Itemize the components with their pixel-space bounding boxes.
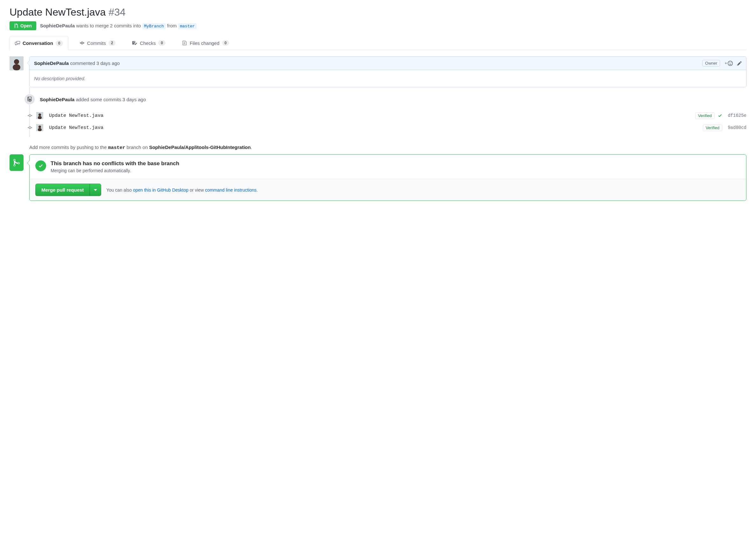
add-reaction-button[interactable]: +: [725, 61, 733, 66]
file-diff-icon: [182, 40, 187, 45]
commit-sha[interactable]: df1625e: [725, 113, 746, 118]
git-commit-icon: [80, 40, 85, 45]
state-badge: Open: [10, 21, 36, 30]
pr-meta-text: SophieDePaula wants to merge 2 commits i…: [40, 23, 197, 29]
pr-title-text: Update NewTest.java: [10, 6, 106, 18]
commit-message[interactable]: Update NewTest.java: [49, 125, 699, 130]
merge-dropdown-button[interactable]: [90, 184, 101, 196]
event-author[interactable]: SophieDePaula: [40, 97, 74, 102]
tab-counter: 0: [56, 40, 63, 46]
cli-instructions-link[interactable]: command line instructions: [205, 187, 256, 192]
svg-point-4: [39, 114, 41, 116]
git-merge-icon: [13, 158, 20, 167]
git-commit-icon: [27, 125, 32, 130]
svg-point-1: [14, 59, 19, 64]
triangle-down-icon: [94, 188, 97, 191]
comment-header: SophieDePaula commented 3 days ago Owner…: [30, 57, 746, 70]
pr-number: #34: [109, 6, 125, 18]
commit-row: Update NewTest.javaVerified9ad80cd: [27, 122, 746, 134]
comment-box: SophieDePaula commented 3 days ago Owner…: [29, 56, 746, 87]
tab-label: Files changed: [190, 40, 219, 46]
commit-sha[interactable]: 9ad80cd: [725, 125, 746, 130]
git-commit-icon: [27, 113, 32, 118]
tab-label: Conversation: [23, 40, 53, 46]
state-label: Open: [20, 23, 32, 28]
base-branch-chip[interactable]: MyBranch: [142, 23, 166, 29]
merge-status-row: This branch has no conflicts with the ba…: [30, 155, 746, 179]
tab-counter: 0: [222, 40, 229, 46]
commit-message[interactable]: Update NewTest.java: [49, 113, 691, 118]
smiley-icon: [728, 61, 733, 66]
push-hint: Add more commits by pushing to the maste…: [29, 144, 746, 150]
timeline: SophieDePaula added some commits 3 days …: [29, 87, 746, 137]
merge-actions: Merge pull request You can also open thi…: [30, 179, 746, 200]
svg-rect-8: [38, 128, 42, 131]
avatar[interactable]: [36, 124, 43, 131]
merge-status-icon-box: [10, 154, 24, 171]
tab-conversation[interactable]: Conversation 0: [10, 36, 68, 50]
verified-badge[interactable]: Verified: [695, 112, 715, 119]
git-pull-request-icon: [14, 23, 18, 28]
svg-rect-5: [38, 116, 42, 119]
check-circle-icon: [35, 160, 46, 171]
tab-label: Commits: [87, 40, 106, 46]
tab-files-changed[interactable]: Files changed 0: [177, 36, 235, 50]
tab-label: Checks: [140, 40, 156, 46]
pencil-icon: [737, 61, 742, 66]
tab-checks[interactable]: Checks 0: [127, 36, 171, 50]
svg-rect-2: [13, 64, 20, 70]
svg-point-7: [39, 126, 41, 128]
repo-push-icon: [27, 97, 32, 102]
comment-wrapper: SophieDePaula commented 3 days ago Owner…: [10, 56, 746, 87]
verified-badge[interactable]: Verified: [703, 124, 722, 131]
merge-pull-request-button[interactable]: Merge pull request: [35, 184, 90, 196]
comment-body: No description provided.: [30, 70, 746, 87]
check-icon: [718, 113, 722, 118]
plus-icon: +: [725, 61, 727, 66]
pr-title: Update NewTest.java #34: [10, 6, 746, 18]
pr-meta: Open SophieDePaula wants to merge 2 comm…: [10, 21, 746, 30]
merge-title: This branch has no conflicts with the ba…: [51, 160, 179, 167]
tab-commits[interactable]: Commits 2: [74, 36, 121, 50]
commits-event: SophieDePaula added some commits 3 days …: [24, 94, 746, 105]
owner-badge: Owner: [702, 60, 720, 66]
comment-discussion-icon: [15, 41, 20, 46]
open-desktop-link[interactable]: open this in GitHub Desktop: [133, 187, 188, 192]
tab-counter: 0: [158, 40, 165, 46]
comment-author[interactable]: SophieDePaula: [34, 60, 69, 66]
edit-button[interactable]: [737, 61, 742, 66]
merge-section: This branch has no conflicts with the ba…: [10, 154, 746, 201]
checklist-icon: [132, 40, 137, 45]
merge-box: This branch has no conflicts with the ba…: [29, 154, 746, 201]
commit-row: Update NewTest.javaVerifieddf1625e: [27, 109, 746, 122]
tab-counter: 2: [109, 40, 116, 46]
tabnav: Conversation 0 Commits 2 Checks 0 Files …: [10, 36, 746, 50]
avatar[interactable]: [36, 112, 43, 119]
head-branch-chip[interactable]: master: [178, 23, 197, 29]
merge-side-text: You can also open this in GitHub Desktop…: [106, 187, 258, 192]
avatar[interactable]: [10, 56, 24, 70]
event-time[interactable]: 3 days ago: [123, 97, 146, 102]
comment-time[interactable]: 3 days ago: [96, 60, 120, 66]
timeline-badge: [24, 94, 35, 105]
pr-author[interactable]: SophieDePaula: [40, 23, 75, 28]
merge-subtitle: Merging can be performed automatically.: [51, 168, 179, 173]
